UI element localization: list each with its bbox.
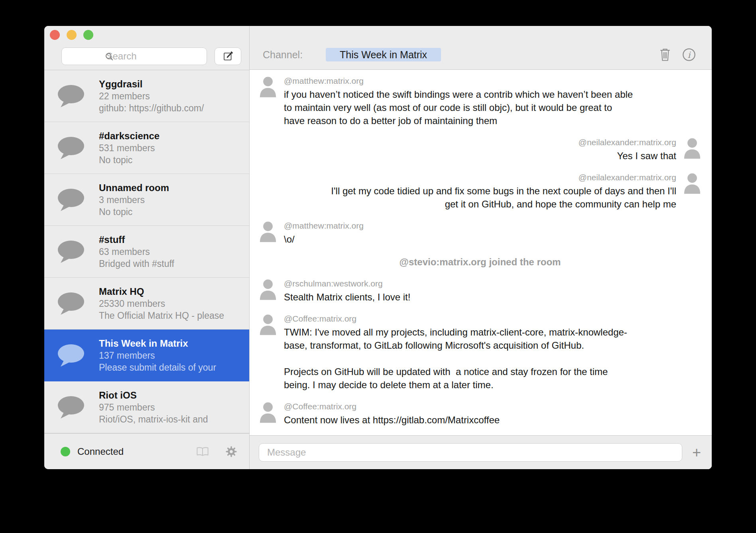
chat-message: @Coffee:matrix.org Content now lives at …: [259, 401, 701, 426]
room-member-count: 975 members: [99, 401, 208, 413]
status-bar: Connected: [44, 433, 249, 469]
room-item-matrix-hq[interactable]: Matrix HQ 25330 members The Official Mat…: [44, 278, 249, 330]
user-avatar: [259, 278, 277, 300]
message-sender: @matthew:matrix.org: [284, 220, 701, 231]
trash-icon[interactable]: [659, 48, 671, 61]
room-member-count: 25330 members: [99, 298, 224, 310]
message-text: I'll get my code tidied up and fix some …: [259, 184, 676, 211]
connection-status-icon: [61, 447, 70, 456]
room-topic: No topic: [99, 154, 159, 166]
room-name: Unnamed room: [99, 182, 169, 194]
message-text: TWIM: I've moved all my projects, includ…: [284, 326, 701, 391]
room-name: Matrix HQ: [99, 286, 224, 298]
room-item-this-week-in-matrix[interactable]: This Week in Matrix 137 members Please s…: [44, 330, 249, 381]
message-sender: @Coffee:matrix.org: [284, 313, 701, 324]
room-name: This Week in Matrix: [99, 338, 216, 349]
room-item-stuff[interactable]: #stuff 63 members Bridged with #stuff: [44, 226, 249, 278]
room-item-yggdrasil[interactable]: Yggdrasil 22 members github: https://git…: [44, 70, 249, 122]
room-name: #stuff: [99, 234, 174, 246]
room-event-text: @stevio:matrix.org joined the room: [259, 255, 701, 268]
user-avatar: [259, 220, 277, 243]
sidebar: Yggdrasil 22 members github: https://git…: [44, 26, 249, 469]
room-member-count: 63 members: [99, 246, 174, 258]
chat-message: @matthew:matrix.org if you haven’t notic…: [259, 75, 701, 127]
room-topic: Please submit details of your: [99, 361, 216, 373]
message-text: \o/: [284, 233, 701, 246]
svg-text:i: i: [688, 50, 691, 60]
message-sender: @rschulman:westwork.org: [284, 278, 701, 289]
message-sender: @neilalexander:matrix.org: [259, 137, 676, 148]
message-text: if you haven’t noticed the swift binding…: [284, 88, 701, 127]
settings-gear-icon[interactable]: [225, 446, 237, 458]
room-item-darkscience[interactable]: #darkscience 531 members No topic: [44, 122, 249, 174]
chat-message: @rschulman:westwork.org Stealth Matrix c…: [259, 278, 701, 304]
message-sender: @Coffee:matrix.org: [284, 401, 701, 412]
compose-icon: [222, 51, 234, 62]
message-sender: @matthew:matrix.org: [284, 75, 701, 87]
chat-panel: Channel: This Week in Matrix i: [249, 26, 712, 469]
room-name: Yggdrasil: [99, 78, 204, 90]
room-item-riot-ios[interactable]: Riot iOS 975 members Riot/iOS, matrix-io…: [44, 381, 249, 433]
zoom-button[interactable]: [83, 30, 93, 40]
room-topic: No topic: [99, 206, 169, 218]
room-item-unnamed-room[interactable]: Unnamed room 3 members No topic: [44, 174, 249, 226]
search-input[interactable]: [106, 50, 187, 62]
room-member-count: 531 members: [99, 142, 159, 154]
room-name: Riot iOS: [99, 389, 208, 401]
user-avatar: [259, 401, 277, 423]
room-member-count: 3 members: [99, 194, 169, 206]
room-bubble-avatar: [57, 395, 85, 419]
room-name: #darkscience: [99, 130, 159, 142]
channel-label: Channel:: [263, 48, 303, 61]
room-bubble-avatar: [57, 240, 85, 264]
window-controls: [50, 30, 93, 40]
room-member-count: 137 members: [99, 349, 216, 361]
compose-button[interactable]: [215, 47, 241, 65]
minimize-button[interactable]: [67, 30, 77, 40]
room-topic: Bridged with #stuff: [99, 258, 174, 270]
connection-status-label: Connected: [77, 446, 124, 457]
room-bubble-avatar: [57, 343, 85, 367]
room-bubble-avatar: [57, 188, 85, 212]
room-topic: github: https://github.com/: [99, 102, 204, 114]
room-bubble-avatar: [57, 84, 85, 108]
chat-message: @neilalexander:matrix.org I'll get my co…: [259, 172, 701, 211]
search-icon: [105, 52, 114, 61]
message-text: Stealth Matrix clients, I love it!: [284, 290, 701, 304]
directory-book-icon[interactable]: [196, 446, 209, 457]
user-avatar: [683, 137, 701, 159]
chat-header: Channel: This Week in Matrix i: [250, 26, 712, 70]
channel-name-chip[interactable]: This Week in Matrix: [326, 48, 441, 61]
chat-message: @matthew:matrix.org \o/: [259, 220, 701, 246]
user-avatar: [683, 172, 701, 194]
room-bubble-avatar: [57, 292, 85, 316]
room-topic: Riot/iOS, matrix-ios-kit and: [99, 413, 208, 425]
user-avatar: [259, 75, 277, 98]
close-button[interactable]: [50, 30, 60, 40]
room-bubble-avatar: [57, 136, 85, 160]
search-field[interactable]: [61, 47, 207, 65]
room-list: Yggdrasil 22 members github: https://git…: [44, 70, 249, 433]
message-field[interactable]: [259, 443, 682, 462]
info-icon[interactable]: i: [682, 48, 696, 61]
message-text: Content now lives at https://gitlab.com/…: [284, 413, 701, 426]
chat-message: @neilalexander:matrix.org Yes I saw that: [259, 137, 701, 162]
user-avatar: [259, 313, 277, 336]
composer-bar: +: [250, 435, 712, 469]
app-window: Yggdrasil 22 members github: https://git…: [44, 26, 712, 469]
attach-plus-button[interactable]: +: [688, 444, 705, 461]
room-member-count: 22 members: [99, 90, 204, 102]
sidebar-header: [44, 26, 249, 70]
chat-message: @Coffee:matrix.org TWIM: I've moved all …: [259, 313, 701, 391]
message-sender: @neilalexander:matrix.org: [259, 172, 676, 183]
message-list: @matthew:matrix.org if you haven’t notic…: [250, 70, 712, 435]
room-topic: The Official Matrix HQ - please: [99, 310, 224, 322]
message-input[interactable]: [266, 446, 675, 458]
message-text: Yes I saw that: [259, 149, 676, 162]
